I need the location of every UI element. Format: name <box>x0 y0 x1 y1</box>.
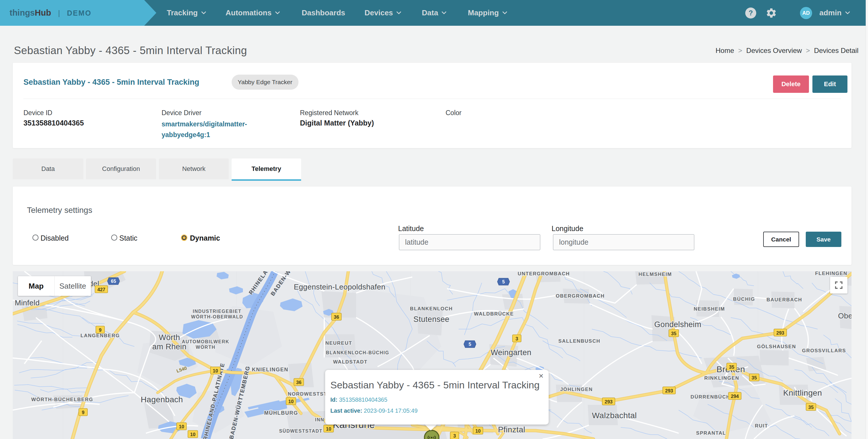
svg-text:5: 5 <box>502 279 505 284</box>
svg-text:UNTERGROMBACH: UNTERGROMBACH <box>518 271 570 276</box>
svg-text:SÜDWESTSTADT: SÜDWESTSTADT <box>279 428 322 434</box>
svg-text:BÜCHIG: BÜCHIG <box>733 297 755 302</box>
svg-text:MÜHLBURG: MÜHLBURG <box>264 410 298 416</box>
svg-text:RUIT: RUIT <box>755 423 768 429</box>
svg-text:10: 10 <box>179 424 184 429</box>
svg-text:36: 36 <box>334 314 339 319</box>
svg-text:Ober: Ober <box>838 311 851 320</box>
svg-text:AUTOMOBILWERK: AUTOMOBILWERK <box>182 339 229 344</box>
svg-text:BLANKENLOCH-BÜCHIG: BLANKENLOCH-BÜCHIG <box>326 350 390 355</box>
svg-text:427: 427 <box>97 287 105 292</box>
svg-text:3: 3 <box>515 336 518 341</box>
svg-text:9: 9 <box>82 410 84 415</box>
svg-text:Weingarten: Weingarten <box>491 348 532 357</box>
svg-text:Knittlingen: Knittlingen <box>783 389 822 397</box>
svg-text:65: 65 <box>111 279 116 284</box>
svg-text:35: 35 <box>671 331 676 336</box>
svg-text:LANGENBERG: LANGENBERG <box>81 333 120 338</box>
svg-text:Stutensee: Stutensee <box>413 315 450 324</box>
svg-text:BLANKENLOCH: BLANKENLOCH <box>410 306 453 311</box>
svg-text:JÖHLINGEN: JÖHLINGEN <box>560 387 593 392</box>
svg-text:35: 35 <box>752 375 757 380</box>
svg-text:35: 35 <box>808 405 813 410</box>
svg-text:Wörth: Wörth <box>159 333 180 342</box>
svg-text:NEUREUT: NEUREUT <box>326 340 352 346</box>
svg-text:WALDSTADT: WALDSTADT <box>333 359 368 365</box>
svg-text:Hagenbach: Hagenbach <box>141 395 183 404</box>
svg-text:WÖRTH: WÖRTH <box>196 344 215 350</box>
svg-text:NEIBSHEIM: NEIBSHEIM <box>694 306 725 312</box>
svg-text:SPRANTAL: SPRANTAL <box>696 430 726 436</box>
svg-text:Walzbachtal: Walzbachtal <box>592 411 637 420</box>
svg-text:BAUERBACH: BAUERBACH <box>766 297 802 303</box>
svg-text:9: 9 <box>99 327 101 333</box>
svg-text:?: ? <box>749 9 753 17</box>
svg-text:am Rhein: am Rhein <box>152 342 186 351</box>
svg-text:KNIELINGEN: KNIELINGEN <box>252 367 288 372</box>
svg-text:293: 293 <box>665 388 673 393</box>
svg-text:Eggenstein-Leopoldshafen: Eggenstein-Leopoldshafen <box>294 282 386 291</box>
svg-text:RINKLINGEN: RINKLINGEN <box>705 375 739 381</box>
svg-text:WÖRTH-BÜCHELBERG: WÖRTH-BÜCHELBERG <box>31 397 93 402</box>
svg-text:293: 293 <box>776 330 784 335</box>
svg-text:Minfeld: Minfeld <box>15 299 40 307</box>
svg-text:INDUSTRIEGEBIET: INDUSTRIEGEBIET <box>193 309 242 314</box>
svg-text:WALDBRÜCKE: WALDBRÜCKE <box>474 311 514 317</box>
svg-text:SALLENBUSCH: SALLENBUSCH <box>558 338 600 344</box>
svg-text:10: 10 <box>190 432 195 437</box>
svg-text:GÖLSHAUSEN: GÖLSHAUSEN <box>757 344 796 349</box>
svg-text:293: 293 <box>604 399 613 404</box>
svg-text:WÖRTH-OBERWALD: WÖRTH-OBERWALD <box>191 314 243 319</box>
svg-text:Gondelsheim: Gondelsheim <box>654 320 701 329</box>
svg-text:36: 36 <box>296 380 301 385</box>
svg-text:OBERGROMBACH: OBERGROMBACH <box>556 293 604 299</box>
svg-text:INN: INN <box>315 417 324 422</box>
svg-text:Pfinztal: Pfinztal <box>498 425 525 434</box>
svg-text:35: 35 <box>729 364 734 370</box>
svg-text:3: 3 <box>453 433 456 438</box>
svg-text:10: 10 <box>326 426 331 432</box>
svg-text:5: 5 <box>469 342 471 347</box>
svg-text:GROSSVILLARS: GROSSVILLARS <box>802 348 846 353</box>
svg-text:294: 294 <box>731 394 739 399</box>
svg-text:HELMSHEIM: HELMSHEIM <box>639 272 672 277</box>
svg-text:10: 10 <box>288 399 293 404</box>
svg-text:10: 10 <box>213 368 218 373</box>
svg-text:10: 10 <box>475 428 480 434</box>
svg-text:FLEHINGEN: FLEHINGEN <box>815 271 847 276</box>
